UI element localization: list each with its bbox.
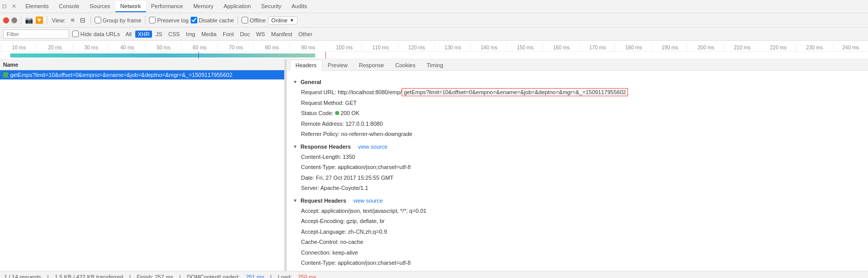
timeline-mark: 160 ms — [543, 45, 579, 50]
tab-timing[interactable]: Timing — [421, 60, 449, 70]
network-toolbar: ⊘ 📷 🔽 View: ≡ ⊟ Group by frame Preserve … — [0, 13, 868, 27]
filter-all[interactable]: All — [123, 31, 134, 38]
tab-console[interactable]: Console — [54, 1, 84, 12]
finish-time: Finish: 257 ms — [137, 274, 173, 279]
view-label: View: — [52, 17, 66, 23]
general-section-header: General — [293, 79, 862, 85]
filter-button[interactable]: 🔽 — [35, 16, 43, 24]
timeline-mark: 210 ms — [724, 45, 760, 50]
clear-button[interactable]: ⊘ — [11, 17, 17, 23]
network-waterfall-bar — [10, 53, 315, 58]
cache-control-row: Cache-Control: no-cache — [293, 237, 862, 247]
tab-sources[interactable]: Sources — [84, 1, 115, 12]
filter-xhr[interactable]: XHR — [135, 31, 152, 38]
filter-manifest[interactable]: Manifest — [268, 31, 295, 38]
hide-data-urls-input[interactable] — [72, 31, 79, 37]
close-devtools-icon[interactable]: ✕ — [12, 3, 16, 10]
tab-network[interactable]: Network — [115, 1, 146, 12]
tab-memory[interactable]: Memory — [188, 1, 219, 12]
tab-elements[interactable]: Elements — [20, 1, 54, 12]
timeline-mark: 100 ms — [325, 45, 362, 50]
filter-other[interactable]: Other — [296, 31, 315, 38]
offline-checkbox[interactable]: Offline — [242, 17, 266, 23]
filter-input[interactable] — [3, 30, 69, 39]
tab-audits[interactable]: Audits — [286, 1, 312, 12]
separator3: | — [179, 274, 181, 279]
online-dropdown-arrow: ▼ — [289, 18, 294, 23]
online-selector[interactable]: Online ▼ — [268, 16, 298, 24]
group-by-frame-checkbox[interactable]: Group by frame — [95, 17, 141, 23]
filter-ws[interactable]: WS — [253, 31, 267, 38]
filter-bar: Hide data URLs All XHR JS CSS Img Media … — [0, 27, 868, 41]
camera-button[interactable]: 📷 — [25, 16, 33, 24]
filter-img[interactable]: Img — [184, 31, 198, 38]
offline-input[interactable] — [242, 17, 248, 23]
connection-label: Connection: — [301, 249, 331, 256]
tab-preview[interactable]: Preview — [322, 60, 353, 70]
content-length-row: Content-Length: 1350 — [293, 152, 862, 162]
group-by-frame-input[interactable] — [95, 17, 101, 23]
request-row[interactable]: getEmps?limit=10&offset=0&empno=&ename=&… — [0, 70, 284, 80]
separator-3 — [91, 16, 91, 24]
tab-headers[interactable]: Headers — [290, 60, 322, 71]
timeline-mark: 50 ms — [145, 45, 181, 50]
tab-response[interactable]: Response — [353, 60, 390, 70]
status-bar: 1 / 14 requests | 1.5 KB / 422 KB transf… — [0, 271, 868, 278]
accept-label: Accept: — [301, 208, 320, 214]
separator: | — [47, 274, 49, 279]
record-button[interactable] — [3, 17, 9, 23]
cookie-value: JSESSIONID=4553BE8D08D2E383205B1388DFB90… — [321, 270, 461, 271]
request-headers-view-source[interactable]: view source — [353, 198, 383, 204]
status-green-dot — [335, 111, 339, 115]
load-value[interactable]: 250 ms — [298, 274, 316, 279]
preserve-log-input[interactable] — [149, 17, 156, 23]
timeline-mark: 200 ms — [687, 45, 723, 50]
resp-content-type-label: Content-Type: — [301, 164, 336, 170]
disable-cache-input[interactable] — [191, 17, 197, 23]
timeline-mark: 10 ms — [0, 45, 36, 50]
tab-cookies[interactable]: Cookies — [390, 60, 421, 70]
view-list-icon[interactable]: ≡ — [69, 16, 77, 24]
requests-count: 1 / 14 requests — [4, 274, 41, 279]
filter-js[interactable]: JS — [153, 31, 165, 38]
request-url-highlight: getEmps?limit=10&offset=0&empno=&ename=&… — [402, 88, 628, 96]
filter-types: All XHR JS CSS Img Media Font Doc WS Man… — [123, 31, 315, 38]
dom-content-loaded-value[interactable]: 251 ms — [246, 274, 264, 279]
remote-address-label: Remote Address: — [301, 121, 344, 127]
accept-language-row: Accept-Language: zh-CN,zh;q=0.9 — [293, 227, 862, 237]
timeline-mark: 180 ms — [615, 45, 651, 50]
disable-cache-checkbox[interactable]: Disable cache — [191, 17, 234, 23]
timeline-mark: 20 ms — [36, 45, 72, 50]
timeline-mark: 230 ms — [796, 45, 832, 50]
undock-icon[interactable]: ⊡ — [2, 3, 7, 10]
right-panel: Headers Preview Response Cookies Timing … — [287, 59, 868, 271]
filter-media[interactable]: Media — [199, 31, 219, 38]
window-controls: ⊡ ✕ — [2, 3, 16, 10]
timeline-bar-row — [0, 52, 868, 59]
preserve-log-checkbox[interactable]: Preserve log — [149, 17, 189, 23]
timeline-mark: 190 ms — [651, 45, 687, 50]
filter-doc[interactable]: Doc — [237, 31, 253, 38]
timeline-mark: 130 ms — [434, 45, 470, 50]
filter-font[interactable]: Font — [220, 31, 236, 38]
tab-security[interactable]: Security — [256, 1, 286, 12]
view-waterfall-icon[interactable]: ⊟ — [79, 16, 87, 24]
dom-content-loaded-marker — [198, 52, 199, 59]
request-headers-section-header: Request Headers view source — [293, 198, 862, 204]
accept-language-label: Accept-Language: — [301, 229, 346, 235]
load-marker — [325, 52, 326, 59]
timeline-mark: 80 ms — [253, 45, 289, 50]
hide-data-urls-checkbox[interactable]: Hide data URLs — [72, 31, 120, 37]
referrer-policy-row: Referrer Policy: no-referrer-when-downgr… — [293, 129, 862, 140]
timeline-mark: 120 ms — [398, 45, 434, 50]
dom-content-loaded-label: DOMContentLoaded: — [187, 274, 240, 279]
req-content-type-row: Content-Type: application/json;charset=u… — [293, 258, 862, 268]
request-method-row: Request Method: GET — [293, 98, 862, 108]
filter-css[interactable]: CSS — [166, 31, 183, 38]
timeline-mark: 220 ms — [760, 45, 796, 50]
tab-performance[interactable]: Performance — [146, 1, 188, 12]
response-headers-view-source[interactable]: view source — [358, 144, 387, 150]
tab-application[interactable]: Application — [219, 1, 256, 12]
server-row: Server: Apache-Coyote/1.1 — [293, 183, 862, 193]
accept-encoding-label: Accept-Encoding: — [301, 218, 345, 224]
